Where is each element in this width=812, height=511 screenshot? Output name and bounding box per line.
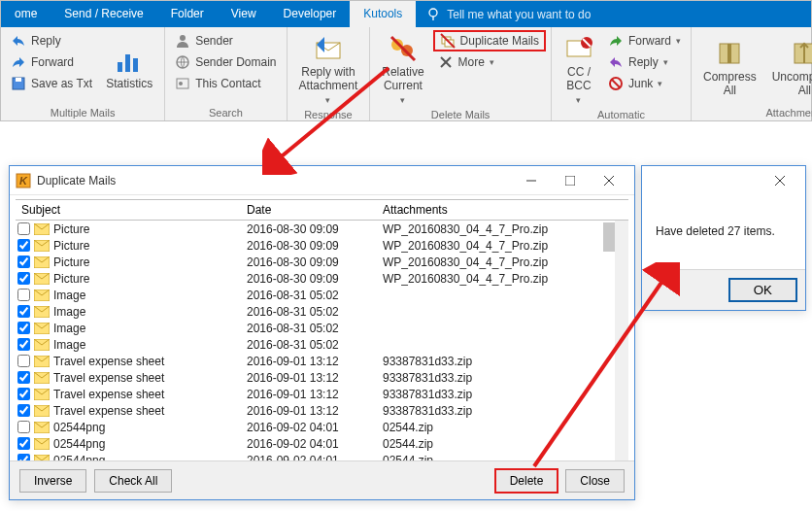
row-attachment: 02544.zip [383, 421, 615, 434]
envelope-icon [34, 405, 50, 417]
sender-button[interactable]: Sender [171, 31, 280, 51]
tab-folder[interactable]: Folder [157, 1, 218, 27]
ribbon-body: Reply Forward Save as Txt Statistics [1, 27, 811, 120]
envelope-icon [34, 256, 50, 268]
row-attachment: WP_20160830_04_4_7_Pro.zip [383, 239, 615, 253]
tab-send-receive[interactable]: Send / Receive [51, 1, 156, 27]
row-date: 2016-08-30 09:09 [247, 256, 383, 269]
more-button[interactable]: More [434, 52, 545, 72]
table-row[interactable]: Travel expense sheet2016-09-01 13:129338… [16, 402, 615, 419]
row-checkbox[interactable] [17, 437, 30, 450]
tab-developer[interactable]: Developer [270, 1, 351, 27]
sender-domain-button[interactable]: Sender Domain [171, 52, 280, 72]
list-body[interactable]: Picture2016-08-30 09:09WP_20160830_04_4_… [16, 221, 628, 463]
check-all-button[interactable]: Check All [94, 469, 172, 493]
compress-all-button[interactable]: Compress All [697, 31, 762, 105]
row-date: 2016-09-01 13:12 [247, 388, 383, 401]
envelope-icon [34, 422, 50, 433]
cc-bcc-button[interactable]: CC / BCC [558, 31, 600, 107]
row-attachment: WP_20160830_04_4_7_Pro.zip [383, 272, 615, 286]
compress-icon [714, 38, 745, 69]
row-attachment: 02544.zip [383, 437, 615, 451]
tab-home[interactable]: ome [1, 1, 51, 27]
delete-button[interactable]: Delete [495, 469, 558, 493]
row-date: 2016-08-31 05:02 [247, 289, 383, 302]
statistics-button[interactable]: Statistics [100, 31, 158, 105]
group-label-search: Search [171, 105, 280, 119]
dialog-titlebar[interactable]: K Duplicate Mails [10, 166, 634, 195]
ok-button[interactable]: OK [728, 278, 797, 302]
table-row[interactable]: Image2016-08-31 05:02 [16, 287, 615, 303]
row-checkbox[interactable] [17, 338, 30, 351]
auto-forward-button[interactable]: Forward [604, 31, 685, 51]
row-attachment: 93387831d33.zip [383, 355, 615, 368]
table-row[interactable]: Image2016-08-31 05:02 [16, 303, 615, 320]
alert-titlebar[interactable] [642, 166, 805, 195]
table-row[interactable]: 02544png2016-09-02 04:0102544.zip [16, 419, 615, 435]
row-checkbox[interactable] [17, 305, 30, 318]
scrollbar-thumb[interactable] [603, 222, 615, 252]
relative-current-button[interactable]: Relative Current [376, 31, 429, 107]
row-checkbox[interactable] [17, 222, 30, 235]
alert-close-button[interactable] [761, 168, 799, 193]
save-as-txt-button[interactable]: Save as Txt [7, 74, 96, 93]
table-row[interactable]: 02544png2016-09-02 04:0102544.zip [16, 435, 615, 452]
tab-view[interactable]: View [218, 1, 270, 27]
table-row[interactable]: Travel expense sheet2016-09-01 13:129338… [16, 369, 615, 386]
this-contact-button[interactable]: This Contact [171, 74, 280, 93]
group-label-response: Response [293, 107, 364, 120]
table-row[interactable]: Travel expense sheet2016-09-01 13:129338… [16, 353, 615, 369]
app-icon: K [16, 173, 31, 188]
maximize-button[interactable] [551, 168, 590, 193]
inverse-button[interactable]: Inverse [19, 469, 86, 493]
row-checkbox[interactable] [17, 256, 30, 268]
row-checkbox[interactable] [17, 421, 30, 433]
row-date: 2016-08-31 05:02 [247, 305, 383, 319]
row-attachment: WP_20160830_04_4_7_Pro.zip [383, 222, 615, 236]
envelope-icon [34, 339, 50, 351]
forward-icon [608, 33, 624, 49]
group-attachments: Compress All Uncompress All Others Attac… [692, 27, 812, 120]
minimize-button[interactable] [512, 168, 551, 193]
row-checkbox[interactable] [17, 388, 30, 400]
forward-button[interactable]: Forward [7, 52, 96, 72]
minimize-icon [526, 176, 536, 186]
header-subject[interactable]: Subject [16, 203, 247, 217]
duplicate-mails-button[interactable]: Duplicate Mails [434, 31, 545, 51]
forward-icon [11, 54, 26, 70]
row-checkbox[interactable] [17, 239, 30, 252]
group-delete-mails: Relative Current Duplicate Mails More De… [370, 27, 552, 120]
statistics-label: Statistics [106, 78, 152, 91]
tab-kutools[interactable]: Kutools [350, 1, 416, 27]
table-row[interactable]: Picture2016-08-30 09:09WP_20160830_04_4_… [16, 270, 615, 287]
close-button[interactable] [590, 168, 628, 193]
table-row[interactable]: Picture2016-08-30 09:09WP_20160830_04_4_… [16, 254, 615, 270]
table-row[interactable]: Picture2016-08-30 09:09WP_20160830_04_4_… [16, 221, 615, 237]
svg-rect-4 [118, 62, 122, 72]
envelope-icon [34, 290, 50, 301]
sender-domain-label: Sender Domain [195, 55, 276, 69]
reply-with-attachment-button[interactable]: Reply with Attachment [293, 31, 364, 107]
table-row[interactable]: Picture2016-08-30 09:09WP_20160830_04_4_… [16, 237, 615, 254]
auto-reply-button[interactable]: Reply [604, 52, 685, 72]
uncompress-all-button[interactable]: Uncompress All [766, 31, 812, 105]
table-row[interactable]: Image2016-08-31 05:02 [16, 336, 615, 353]
row-checkbox[interactable] [17, 371, 30, 384]
table-row[interactable]: Image2016-08-31 05:02 [16, 320, 615, 336]
svg-rect-5 [125, 54, 130, 72]
close-dialog-button[interactable]: Close [565, 469, 625, 493]
row-checkbox[interactable] [17, 272, 30, 285]
header-date[interactable]: Date [247, 203, 383, 217]
row-subject: Travel expense sheet [53, 404, 164, 418]
junk-button[interactable]: Junk [604, 74, 685, 93]
svg-point-10 [179, 82, 183, 85]
table-row[interactable]: Travel expense sheet2016-09-01 13:129338… [16, 386, 615, 402]
row-checkbox[interactable] [17, 404, 30, 417]
reply-button[interactable]: Reply [7, 31, 96, 51]
tell-me-search[interactable]: Tell me what you want to do [416, 1, 600, 27]
row-checkbox[interactable] [17, 322, 30, 334]
header-attachments[interactable]: Attachments [383, 203, 628, 217]
row-checkbox[interactable] [17, 289, 30, 301]
reply-with-attachment-label: Reply with Attachment [299, 66, 358, 93]
row-checkbox[interactable] [17, 355, 30, 367]
